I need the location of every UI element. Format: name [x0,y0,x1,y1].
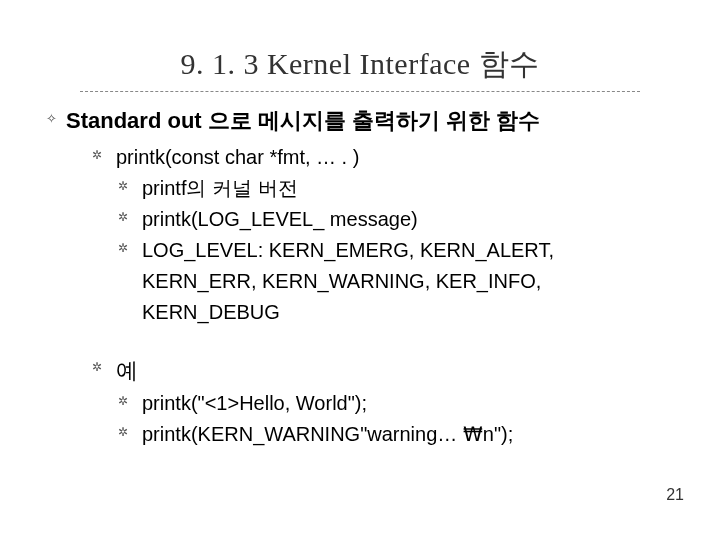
example-heading-row: ✲ 예 [92,354,720,388]
flower-icon: ✲ [118,419,142,442]
examples-group: ✲ printk("<1>Hello, World"); ✲ printk(KE… [92,388,720,450]
slide: 9. 1. 3 Kernel Interface 함수 ✧ Standard o… [0,0,720,540]
example-heading: 예 [116,354,138,388]
level2-group: ✲ printk(const char *fmt, … . ) ✲ printf… [46,138,720,450]
title-wrap: 9. 1. 3 Kernel Interface 함수 [0,0,720,92]
flower-icon: ✲ [92,354,116,377]
flower-icon: ✲ [118,204,142,227]
page-number: 21 [666,486,684,504]
example-1: printk(KERN_WARNING"warning… ₩n"); [142,419,513,450]
section-heading: Standard out 으로 메시지를 출력하기 위한 함수 [66,104,540,138]
list-item: ✲ LOG_LEVEL: KERN_EMERG, KERN_ALERT, KER… [118,235,720,328]
spacer [92,328,720,354]
flower-icon: ✲ [118,235,142,258]
list-item: ✲ printk(KERN_WARNING"warning… ₩n"); [118,419,720,450]
diamond-icon: ✧ [46,104,66,129]
content-area: ✧ Standard out 으로 메시지를 출력하기 위한 함수 ✲ prin… [0,92,720,450]
func-signature: printk(const char *fmt, … . ) [116,142,359,173]
func-detail-2: LOG_LEVEL: KERN_EMERG, KERN_ALERT, KERN_… [142,235,672,328]
func-signature-row: ✲ printk(const char *fmt, … . ) [92,142,720,173]
list-item: ✲ printk(LOG_LEVEL_ message) [118,204,720,235]
func-details-group: ✲ printf의 커널 버전 ✲ printk(LOG_LEVEL_ mess… [92,173,720,328]
flower-icon: ✲ [118,388,142,411]
slide-title: 9. 1. 3 Kernel Interface 함수 [80,44,640,92]
flower-icon: ✲ [92,142,116,165]
list-item: ✲ printf의 커널 버전 [118,173,720,204]
func-detail-0: printf의 커널 버전 [142,173,298,204]
example-0: printk("<1>Hello, World"); [142,388,367,419]
flower-icon: ✲ [118,173,142,196]
list-item: ✲ printk("<1>Hello, World"); [118,388,720,419]
section-heading-row: ✧ Standard out 으로 메시지를 출력하기 위한 함수 [46,104,720,138]
func-detail-1: printk(LOG_LEVEL_ message) [142,204,418,235]
